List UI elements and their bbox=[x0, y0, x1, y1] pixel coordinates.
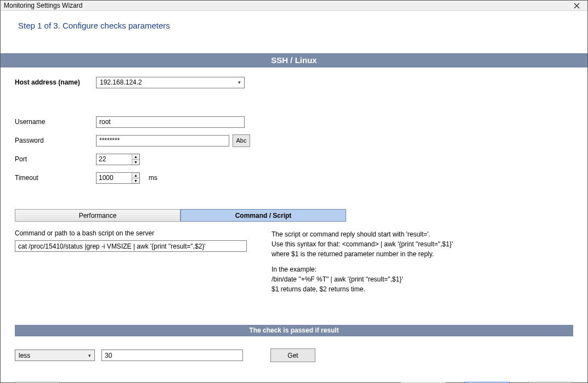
spinner-down-icon[interactable]: ▼ bbox=[132, 160, 139, 165]
tab-performance-label: Performance bbox=[79, 212, 117, 219]
help-line: In the example: bbox=[272, 264, 573, 274]
timeout-unit: ms bbox=[149, 174, 157, 182]
section-header: SSH / Linux bbox=[1, 53, 587, 67]
step-row: Step 1 of 3. Configure checks parameters bbox=[1, 11, 587, 53]
reveal-password-button[interactable]: Abc bbox=[233, 134, 250, 147]
help-line: $1 returns date, $2 returns time. bbox=[272, 284, 573, 294]
host-combobox[interactable]: 192.168.124.2 ▾ bbox=[96, 77, 245, 88]
spinner-down-icon[interactable]: ▼ bbox=[132, 178, 139, 183]
tab-command-label: Command / Script bbox=[235, 212, 292, 219]
form-body: Host address (name) 192.168.124.2 ▾ User… bbox=[1, 67, 587, 362]
host-value: 192.168.124.2 bbox=[100, 78, 142, 86]
get-button-label: Get bbox=[287, 352, 298, 359]
help-line: where $1 is the returned parameter numbe… bbox=[272, 249, 573, 259]
condition-select[interactable]: less ▾ bbox=[15, 350, 95, 361]
port-label: Port bbox=[15, 155, 96, 163]
port-value[interactable] bbox=[97, 154, 132, 165]
host-label: Host address (name) bbox=[15, 78, 96, 86]
tab-command[interactable]: Command / Script bbox=[180, 209, 346, 222]
chevron-down-icon: ▾ bbox=[234, 80, 244, 85]
chevron-down-icon: ▾ bbox=[84, 353, 94, 358]
spinner-up-icon[interactable]: ▲ bbox=[132, 154, 139, 160]
timeout-label: Timeout bbox=[15, 174, 96, 182]
threshold-input[interactable] bbox=[101, 350, 243, 361]
titlebar: Monitoring Settings Wizard bbox=[1, 1, 587, 11]
spinner-up-icon[interactable]: ▲ bbox=[132, 173, 139, 178]
password-input[interactable] bbox=[96, 135, 229, 147]
close-icon bbox=[574, 3, 580, 9]
condition-value: less bbox=[19, 352, 30, 359]
help-line: The script or command reply should start… bbox=[272, 229, 573, 239]
check-header: The check is passed if result bbox=[15, 325, 573, 336]
timeout-spinner[interactable]: ▲ ▼ bbox=[96, 172, 140, 184]
help-line: Use this syntax for that: <command> | aw… bbox=[272, 239, 573, 249]
check-row: less ▾ Get bbox=[15, 348, 573, 362]
port-spinner[interactable]: ▲ ▼ bbox=[96, 154, 140, 165]
step-text: Step 1 of 3. Configure checks parameters bbox=[18, 21, 170, 30]
timeout-value[interactable] bbox=[97, 173, 132, 183]
command-section: Command or path to a bash script on the … bbox=[15, 229, 573, 294]
footer: Help << Back Next >> Cancel bbox=[1, 362, 587, 383]
username-label: Username bbox=[15, 118, 96, 126]
abc-label: Abc bbox=[236, 137, 247, 144]
password-label: Password bbox=[15, 137, 96, 144]
command-input[interactable] bbox=[15, 240, 247, 252]
window-title: Monitoring Settings Wizard bbox=[4, 2, 82, 9]
wizard-window: Monitoring Settings Wizard Step 1 of 3. … bbox=[0, 0, 588, 383]
help-line: /bin/date "+%F %T" | awk '{print "result… bbox=[272, 274, 573, 284]
tab-performance[interactable]: Performance bbox=[15, 209, 180, 222]
help-text: The script or command reply should start… bbox=[267, 229, 573, 294]
get-button[interactable]: Get bbox=[270, 348, 315, 362]
mode-tabs: Performance Command / Script bbox=[15, 209, 346, 222]
username-input[interactable] bbox=[96, 116, 245, 128]
close-button[interactable] bbox=[568, 1, 585, 10]
command-label: Command or path to a bash script on the … bbox=[15, 229, 267, 237]
